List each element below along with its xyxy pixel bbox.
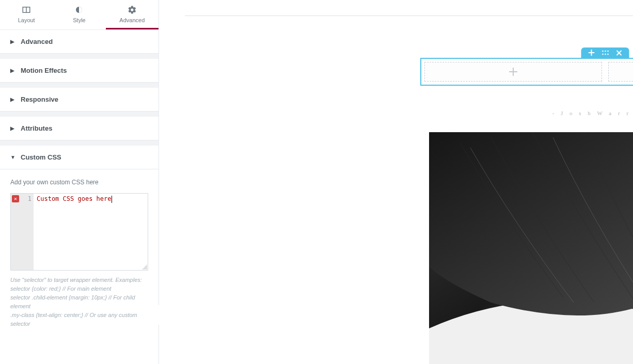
selected-section[interactable] [420, 58, 633, 86]
svg-point-3 [602, 51, 604, 52]
section-divider [0, 112, 159, 117]
svg-point-4 [605, 51, 606, 52]
caret-right-icon: ▶ [10, 125, 15, 131]
tab-advanced-label: Advanced [119, 17, 145, 23]
help-line-1: Use "selector" to target wrapper element… [10, 276, 148, 284]
column-dropzone-2[interactable] [608, 62, 633, 82]
add-section-icon[interactable] [589, 50, 595, 56]
close-section-icon[interactable] [616, 50, 622, 56]
section-responsive[interactable]: ▶ Responsive [0, 88, 159, 112]
caret-right-icon: ▶ [10, 68, 15, 73]
column-dropzone-1[interactable] [424, 62, 602, 82]
canvas-divider [185, 15, 633, 16]
svg-point-7 [605, 54, 606, 55]
gear-icon [128, 5, 137, 14]
tab-layout[interactable]: Layout [0, 0, 53, 29]
section-columns [420, 58, 633, 86]
columns-icon [22, 5, 31, 14]
tab-layout-label: Layout [18, 17, 35, 23]
help-line-3: selector .child-element {margin: 10px;} … [10, 293, 148, 311]
style-icon [74, 5, 84, 14]
hero-image [429, 132, 633, 364]
svg-point-5 [607, 51, 609, 52]
code-text: Custom CSS goes here [37, 195, 112, 202]
resize-handle-icon[interactable] [142, 264, 147, 270]
section-divider [0, 83, 159, 88]
caret-right-icon: ▶ [10, 39, 15, 44]
code-gutter: ✕ 1 [11, 194, 34, 270]
section-motion-effects[interactable]: ▶ Motion Effects [0, 59, 159, 83]
section-divider [0, 54, 159, 59]
tab-style[interactable]: Style [53, 0, 105, 29]
caret-right-icon: ▶ [10, 97, 15, 102]
section-motion-effects-label: Motion Effects [21, 67, 67, 74]
section-responsive-label: Responsive [21, 96, 58, 103]
section-attributes[interactable]: ▶ Attributes [0, 117, 159, 140]
help-line-4: .my-class {text-align: center;} // Or us… [10, 311, 148, 328]
tab-style-label: Style [73, 17, 85, 23]
section-advanced[interactable]: ▶ Advanced [0, 30, 159, 54]
custom-css-help: Use "selector" to target wrapper element… [0, 276, 159, 339]
caret-down-icon: ▼ [10, 154, 15, 160]
error-badge-icon: ✕ [12, 195, 19, 202]
custom-css-hint: Add your own custom CSS here [10, 179, 148, 186]
drag-handle-icon[interactable] [602, 50, 609, 55]
section-attributes-label: Attributes [21, 124, 52, 132]
section-custom-css[interactable]: ▼ Custom CSS [0, 146, 159, 169]
code-line[interactable]: Custom CSS goes here [34, 194, 115, 270]
section-custom-css-label: Custom CSS [21, 153, 61, 161]
custom-css-editor[interactable]: ✕ 1 Custom CSS goes here [10, 193, 148, 271]
svg-point-6 [602, 54, 604, 55]
author-caption: - J o s h W a r r e n - [420, 110, 633, 116]
panel-tabs: Layout Style Advanced [0, 0, 159, 30]
tab-advanced[interactable]: Advanced [106, 0, 159, 29]
section-advanced-label: Advanced [21, 38, 53, 45]
text-cursor [112, 196, 112, 203]
help-line-2: selector {color: red;} // For main eleme… [10, 284, 148, 293]
custom-css-body: Add your own custom CSS here ✕ 1 Custom … [0, 169, 159, 276]
section-handle[interactable] [581, 48, 629, 58]
editor-sidebar: Layout Style Advanced ▶ Advanced ▶ Motio… [0, 0, 159, 364]
section-divider [0, 140, 159, 146]
line-number: 1 [28, 195, 31, 202]
editor-canvas[interactable]: - J o s h W a r r e n - [159, 0, 633, 364]
svg-point-8 [607, 54, 609, 55]
